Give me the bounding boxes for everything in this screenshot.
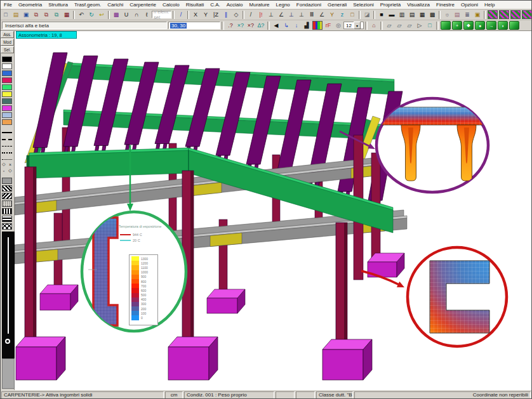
local-ref-icon[interactable]: rF: [323, 21, 333, 30]
pattern-checker-diag[interactable]: [2, 185, 12, 192]
side-tab-mod[interactable]: Mod: [1, 39, 14, 46]
selection-count-input[interactable]: n elem. sel.: [152, 11, 171, 18]
list-view-icon[interactable]: ≣: [462, 10, 472, 19]
triple-line-icon[interactable]: Ⅲ: [307, 10, 317, 19]
color-swatch-6[interactable]: [2, 98, 12, 104]
query-icon[interactable]: .?: [225, 21, 236, 30]
menu-item-legno[interactable]: Legno: [273, 2, 293, 8]
lock-icon[interactable]: ▣: [472, 10, 482, 19]
solid-view-1-icon[interactable]: [441, 21, 451, 30]
menu-item-ca[interactable]: C.A.: [207, 2, 223, 8]
perp-line-icon[interactable]: ⊥: [296, 10, 307, 19]
line-style-dash-fine[interactable]: [2, 146, 12, 147]
pattern-dots[interactable]: [2, 200, 12, 207]
pattern-checker-diag-2[interactable]: [2, 193, 12, 199]
color-swatch-9[interactable]: [2, 119, 12, 125]
z-filter-icon[interactable]: |Z: [211, 10, 221, 19]
menu-item-selezioni[interactable]: Selezioni: [350, 2, 376, 8]
menu-item-opzioni[interactable]: Opzioni: [458, 2, 481, 8]
line-style-dashed[interactable]: [2, 139, 12, 140]
z-rot-icon[interactable]: z: [337, 10, 347, 19]
axis-vert-icon[interactable]: |!: [256, 10, 266, 19]
side-tab-sel[interactable]: Sel.: [1, 46, 14, 53]
query-entity-icon[interactable]: ×?: [236, 21, 246, 30]
solid-view-7-icon[interactable]: [509, 21, 519, 30]
color-cells-icon[interactable]: [312, 21, 323, 30]
menu-item-finestre[interactable]: Finestre: [433, 2, 458, 8]
mesh-icon-2[interactable]: [499, 10, 509, 19]
color-swatch-5[interactable]: [2, 91, 12, 97]
viewport[interactable]: Assonometria : 19, 8: [15, 31, 532, 390]
solid-view-2-icon[interactable]: +: [452, 21, 462, 30]
menu-item-fondazioni[interactable]: Fondazioni: [293, 2, 324, 8]
menu-item-geometria[interactable]: Geometria: [15, 2, 45, 8]
menu-item-trasfgeom[interactable]: Trasf.geom.: [71, 2, 104, 8]
x-filter-icon[interactable]: X: [190, 10, 201, 19]
font-size-dropdown[interactable]: 12▾: [343, 22, 364, 29]
menu-item-carpenterie[interactable]: Carpenterie: [126, 2, 159, 8]
copy-drawing-icon[interactable]: ⧉: [31, 10, 41, 19]
back-icon[interactable]: ↩: [96, 10, 107, 19]
line-style-solid[interactable]: [2, 132, 12, 133]
menu-item-risultati[interactable]: Risultati: [183, 2, 207, 8]
y-filter-icon[interactable]: Y: [201, 10, 211, 19]
angle-dot-icon[interactable]: ∠: [317, 10, 327, 19]
pattern-crosshatch[interactable]: [2, 223, 12, 230]
pattern-v-lines[interactable]: [2, 208, 12, 214]
down-arrow-icon[interactable]: ↓: [291, 21, 302, 30]
dark-cells-icon[interactable]: ▟: [302, 21, 312, 30]
sphere-icon[interactable]: ◎: [333, 21, 343, 30]
render-view-icon[interactable]: ▦: [62, 10, 72, 19]
intersection-icon[interactable]: ∩: [131, 10, 142, 19]
menu-item-visualizza[interactable]: Visualizza: [404, 2, 433, 8]
copy-render-icon[interactable]: ⧉: [51, 10, 62, 19]
menu-item-calcolo[interactable]: Calcolo: [159, 2, 183, 8]
line-style-dotted[interactable]: [2, 152, 12, 154]
menu-item-murature[interactable]: Murature: [246, 2, 273, 8]
home-icon[interactable]: ⌂: [369, 21, 379, 30]
rhombus-icon[interactable]: ◇: [231, 10, 241, 19]
union-icon[interactable]: U: [121, 10, 131, 19]
menu-item-generali[interactable]: Generali: [324, 2, 350, 8]
angle-input[interactable]: 30, 30: [168, 22, 220, 29]
open-folder-icon[interactable]: ▤: [11, 10, 21, 19]
symbol-swatch-0[interactable]: ◇: [1, 161, 7, 167]
color-swatch-8[interactable]: [2, 112, 12, 118]
color-swatch-1[interactable]: [2, 63, 12, 69]
symbol-swatch-2[interactable]: ▫: [1, 167, 7, 174]
perp-base-icon[interactable]: ⊥: [286, 10, 296, 19]
solid-view-5-icon[interactable]: →: [486, 21, 496, 30]
eraser-icon[interactable]: ◪: [362, 10, 372, 19]
pattern-solid-gray[interactable]: [2, 178, 12, 184]
view-tab[interactable]: Assonometria : 19, 8: [16, 31, 77, 39]
solid-view-4-icon[interactable]: ●: [475, 21, 485, 30]
angle-icon[interactable]: ∠: [276, 10, 286, 19]
menu-item-acciaio[interactable]: Acciaio: [223, 2, 246, 8]
color-swatch-4[interactable]: [2, 84, 12, 90]
layout-single-icon[interactable]: ■: [376, 10, 387, 19]
menu-item-file[interactable]: File: [1, 2, 15, 8]
solid-view-6-icon[interactable]: ◗: [498, 21, 508, 30]
draw-line-icon[interactable]: /: [176, 10, 186, 19]
options-gear-icon[interactable]: ☼: [442, 10, 452, 19]
script-select-icon[interactable]: ℓ: [142, 10, 152, 19]
save-icon[interactable]: ▣: [21, 10, 31, 19]
color-swatch-0[interactable]: [2, 56, 12, 62]
flag-icon[interactable]: ▷: [415, 21, 425, 30]
mesh-icon-1[interactable]: [488, 10, 498, 19]
parallel-icon[interactable]: ∥: [221, 10, 231, 19]
menu-item-help[interactable]: Help: [481, 2, 498, 8]
menu-item-propriet[interactable]: Proprietà: [377, 2, 404, 8]
color-swatch-3[interactable]: [2, 77, 12, 83]
query-measure-icon[interactable]: ∆?: [256, 21, 266, 30]
color-swatch-7[interactable]: [2, 105, 12, 111]
pattern-h-lines[interactable]: [2, 216, 12, 222]
undo-icon[interactable]: ↶: [76, 10, 86, 19]
layout-mosaic-icon[interactable]: ▩: [427, 10, 437, 19]
color-swatch-2[interactable]: [2, 70, 12, 76]
layout-grid-icon[interactable]: ▦: [417, 10, 427, 19]
query-node-icon[interactable]: ×?: [246, 21, 256, 30]
side-tab-ass[interactable]: Ass.: [1, 31, 14, 38]
zoom-slider-knob[interactable]: [5, 339, 10, 344]
flow-arrow-icon[interactable]: ↳: [281, 21, 291, 30]
